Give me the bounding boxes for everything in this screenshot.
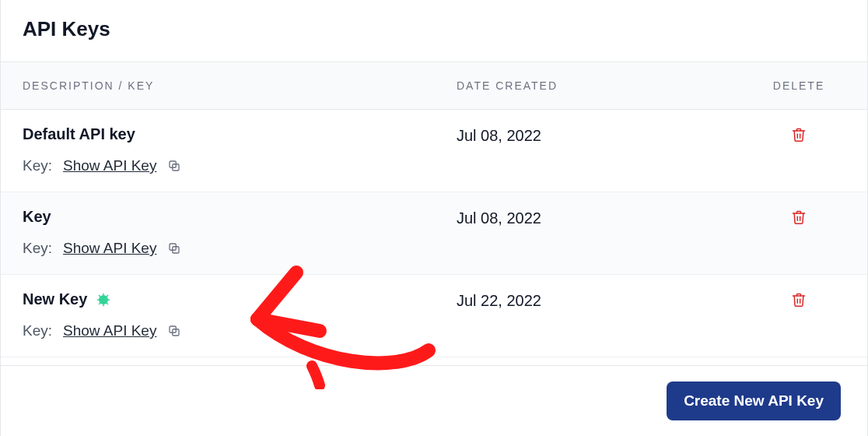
key-title: Default API key [23,125,457,143]
col-header-description: DESCRIPTION / KEY [23,79,457,92]
key-title-text: New Key [23,290,87,308]
key-label: Key: [23,240,52,257]
svg-line-11 [99,302,100,304]
key-title: New Key [23,290,457,308]
delete-button[interactable] [791,209,807,225]
table-row: New Key Key: Show API Key Jul 22, 2022 [1,275,867,357]
panel-header: API Keys [1,0,867,62]
new-badge-icon [96,293,110,307]
date-created: Jul 08, 2022 [457,125,752,145]
table-row: Key Key: Show API Key Jul 08, 2022 [1,192,867,275]
col-header-date: DATE CREATED [457,79,752,92]
copy-icon[interactable] [167,324,181,338]
key-title-text: Key [23,208,51,226]
delete-button[interactable] [791,292,807,308]
svg-line-10 [107,302,108,304]
api-keys-panel: API Keys DESCRIPTION / KEY DATE CREATED … [0,0,868,436]
show-api-key-link[interactable]: Show API Key [63,240,156,257]
panel-footer: Create New API Key [1,365,867,436]
key-title: Key [23,208,457,226]
table-header: DESCRIPTION / KEY DATE CREATED DELETE [1,62,867,110]
svg-line-9 [99,295,100,297]
key-label: Key: [23,322,52,339]
copy-icon[interactable] [167,241,181,255]
col-header-delete: DELETE [752,79,845,92]
key-label: Key: [23,157,52,174]
table-row: Default API key Key: Show API Key Jul 08… [1,110,867,192]
date-created: Jul 22, 2022 [457,290,752,310]
delete-button[interactable] [791,127,807,142]
svg-line-12 [107,295,108,297]
date-created: Jul 08, 2022 [457,208,752,227]
show-api-key-link[interactable]: Show API Key [63,322,156,339]
copy-icon[interactable] [167,159,181,173]
key-title-text: Default API key [23,125,135,143]
page-title: API Keys [23,17,845,41]
create-new-api-key-button[interactable]: Create New API Key [667,382,841,420]
show-api-key-link[interactable]: Show API Key [63,157,156,174]
